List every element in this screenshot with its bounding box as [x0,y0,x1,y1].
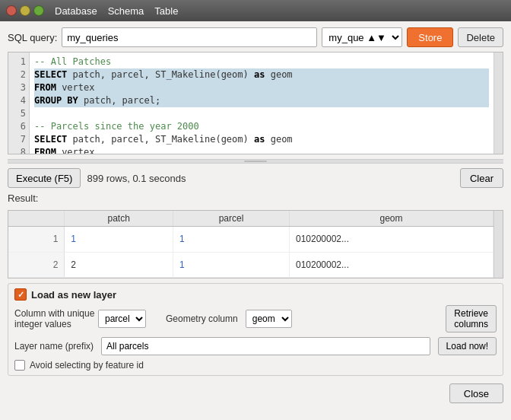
layer-name-label: Layer name (prefix) [14,341,94,352]
cell-patch: 1 [65,227,173,253]
sql-query-label: SQL query: [8,32,57,43]
retrieve-columns-button[interactable]: Retrievecolumns [446,305,497,332]
menu-schema[interactable]: Schema [108,5,144,17]
menu-table[interactable]: Table [154,5,178,17]
cell-patch: 2 [65,252,173,278]
result-table-container: patch parcel geom 1 1 1 010200002... 2 2 [8,210,503,278]
menu-database[interactable]: Database [55,5,97,17]
title-bar-menu: Database Schema Table [55,5,178,17]
code-resizer[interactable] [8,159,503,164]
bottom-row: Close [8,380,503,403]
title-bar-buttons [6,5,44,16]
sql-query-input[interactable] [62,27,317,47]
load-layer-checkbox[interactable]: ✓ [14,288,27,301]
table-row: 2 2 1 010200002... [8,252,494,278]
minimize-button[interactable] [20,5,30,16]
layer-name-row: Layer name (prefix) Load now! [14,337,497,355]
load-now-button[interactable]: Load now! [438,337,497,355]
cell-geom: 010200002... [289,227,493,253]
title-bar: Database Schema Table [0,0,511,21]
close-button[interactable] [6,5,17,16]
result-label: Result: [8,192,503,204]
close-button[interactable]: Close [449,383,503,403]
col-header-geom: geom [289,211,493,227]
avoid-checkbox[interactable] [14,360,25,371]
toolbar-row: Execute (F5) 899 rows, 0.1 seconds Clear [8,168,503,188]
cell-geom: 010200002... [289,252,493,278]
result-table: patch parcel geom 1 1 1 010200002... 2 2 [8,211,494,278]
geom-label: Geometry column [166,313,238,324]
clear-button[interactable]: Clear [460,168,503,188]
geom-select[interactable]: geom [246,310,292,328]
execute-button[interactable]: Execute (F5) [8,168,81,188]
exec-info: 899 rows, 0.1 seconds [87,173,186,184]
load-layer-header: ✓ Load as new layer [14,288,497,301]
col-header-rownum [8,211,65,227]
avoid-label: Avoid selecting by feature id [30,360,144,371]
load-layer-title: Load as new layer [31,289,116,301]
row-num: 1 [8,227,65,253]
col-header-patch: patch [65,211,173,227]
row-num: 2 [8,252,65,278]
sql-query-row: SQL query: my_que ▲▼ Store Delete [8,27,503,47]
table-row: 1 1 1 010200002... [8,227,494,253]
col-label: Column with uniqueinteger values [14,308,90,329]
store-button[interactable]: Store [407,27,453,47]
delete-button[interactable]: Delete [458,27,503,47]
maximize-button[interactable] [33,5,44,16]
code-content[interactable]: -- All Patches SELECT patch, parcel, ST_… [30,52,494,154]
col-select[interactable]: parcel patch [98,310,146,328]
result-scrollbar[interactable] [494,211,503,278]
line-numbers: 1 2 3 4 5 6 7 8 9 [8,52,30,154]
code-scrollbar[interactable] [494,52,503,154]
col-header-parcel: parcel [173,211,290,227]
form-row-columns: Column with uniqueinteger values parcel … [14,305,497,332]
code-editor[interactable]: 1 2 3 4 5 6 7 8 9 -- All Patches SELECT … [8,52,503,154]
sql-query-select[interactable]: my_que ▲▼ [322,27,402,47]
cell-parcel: 1 [173,227,290,253]
load-layer-section: ✓ Load as new layer Column with uniquein… [8,283,503,376]
cell-parcel: 1 [173,252,290,278]
avoid-row: Avoid selecting by feature id [14,360,497,371]
layer-name-input[interactable] [101,337,430,355]
